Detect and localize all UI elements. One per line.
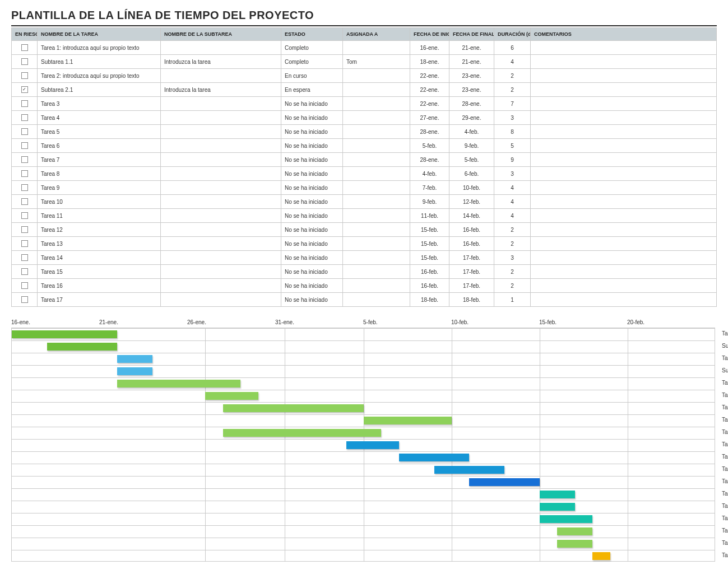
gantt-bar[interactable] <box>592 552 610 560</box>
comments-cell[interactable] <box>531 209 717 223</box>
task-cell[interactable]: Subtarea 2.1 <box>38 83 161 97</box>
assigned-cell[interactable] <box>343 251 410 265</box>
comments-cell[interactable] <box>531 195 717 209</box>
start-cell[interactable]: 28-ene. <box>410 153 449 167</box>
risk-checkbox[interactable] <box>21 156 28 163</box>
end-cell[interactable]: 16-feb. <box>449 237 494 251</box>
task-cell[interactable]: Tarea 16 <box>38 279 161 293</box>
status-cell[interactable]: No se ha iniciado <box>281 251 343 265</box>
comments-cell[interactable] <box>531 237 717 251</box>
end-cell[interactable]: 17-feb. <box>449 265 494 279</box>
task-cell[interactable]: Tarea 15 <box>38 265 161 279</box>
subtask-cell[interactable] <box>161 237 281 251</box>
subtask-cell[interactable] <box>161 279 281 293</box>
subtask-cell[interactable] <box>161 293 281 307</box>
subtask-cell[interactable] <box>161 209 281 223</box>
gantt-bar[interactable] <box>12 330 117 338</box>
subtask-cell[interactable]: Introduzca la tarea <box>161 55 281 69</box>
status-cell[interactable]: No se ha iniciado <box>281 111 343 125</box>
risk-checkbox[interactable] <box>21 114 28 121</box>
risk-cell[interactable] <box>12 41 38 55</box>
comments-cell[interactable] <box>531 125 717 139</box>
dur-cell[interactable]: 2 <box>494 279 531 293</box>
assigned-cell[interactable] <box>343 265 410 279</box>
dur-cell[interactable]: 9 <box>494 153 531 167</box>
status-cell[interactable]: Completo <box>281 55 343 69</box>
assigned-cell[interactable] <box>343 209 410 223</box>
end-cell[interactable]: 6-feb. <box>449 167 494 181</box>
gantt-bar[interactable] <box>364 417 452 424</box>
risk-checkbox[interactable] <box>21 226 28 233</box>
comments-cell[interactable] <box>531 69 717 83</box>
risk-checkbox[interactable] <box>21 254 28 261</box>
assigned-cell[interactable] <box>343 167 410 181</box>
status-cell[interactable]: No se ha iniciado <box>281 97 343 111</box>
dur-cell[interactable]: 2 <box>494 237 531 251</box>
start-cell[interactable]: 5-feb. <box>410 139 449 153</box>
risk-cell[interactable]: ✓ <box>12 83 38 97</box>
dur-cell[interactable]: 6 <box>494 41 531 55</box>
subtask-cell[interactable] <box>161 69 281 83</box>
end-cell[interactable]: 21-ene. <box>449 41 494 55</box>
start-cell[interactable]: 15-feb. <box>410 251 449 265</box>
dur-cell[interactable]: 1 <box>494 293 531 307</box>
start-cell[interactable]: 4-feb. <box>410 167 449 181</box>
end-cell[interactable]: 12-feb. <box>449 195 494 209</box>
subtask-cell[interactable] <box>161 223 281 237</box>
assigned-cell[interactable] <box>343 97 410 111</box>
status-cell[interactable]: No se ha iniciado <box>281 209 343 223</box>
comments-cell[interactable] <box>531 265 717 279</box>
start-cell[interactable]: 27-ene. <box>410 111 449 125</box>
subtask-cell[interactable] <box>161 167 281 181</box>
task-cell[interactable]: Tarea 12 <box>38 223 161 237</box>
subtask-cell[interactable] <box>161 153 281 167</box>
assigned-cell[interactable] <box>343 153 410 167</box>
gantt-bar[interactable] <box>540 491 575 498</box>
start-cell[interactable]: 15-feb. <box>410 237 449 251</box>
gantt-bar[interactable] <box>434 466 505 474</box>
comments-cell[interactable] <box>531 97 717 111</box>
gantt-bar[interactable] <box>205 392 258 400</box>
status-cell[interactable]: No se ha iniciado <box>281 167 343 181</box>
risk-checkbox[interactable] <box>21 282 28 289</box>
risk-checkbox[interactable] <box>21 142 28 149</box>
gantt-bar[interactable] <box>540 515 592 523</box>
start-cell[interactable]: 7-feb. <box>410 181 449 195</box>
assigned-cell[interactable] <box>343 293 410 307</box>
end-cell[interactable]: 16-feb. <box>449 223 494 237</box>
task-cell[interactable]: Tarea 14 <box>38 251 161 265</box>
gantt-bar[interactable] <box>117 367 152 375</box>
gantt-bar[interactable] <box>399 454 470 461</box>
status-cell[interactable]: No se ha iniciado <box>281 265 343 279</box>
comments-cell[interactable] <box>531 83 717 97</box>
gantt-bar[interactable] <box>117 355 152 363</box>
comments-cell[interactable] <box>531 293 717 307</box>
comments-cell[interactable] <box>531 279 717 293</box>
comments-cell[interactable] <box>531 153 717 167</box>
risk-checkbox[interactable] <box>21 58 28 65</box>
start-cell[interactable]: 28-ene. <box>410 125 449 139</box>
risk-cell[interactable] <box>12 153 38 167</box>
risk-checkbox[interactable] <box>21 100 28 107</box>
risk-checkbox[interactable] <box>21 170 28 177</box>
start-cell[interactable]: 22-ene. <box>410 69 449 83</box>
task-cell[interactable]: Subtarea 1.1 <box>38 55 161 69</box>
risk-checkbox[interactable] <box>21 128 28 135</box>
task-cell[interactable]: Tarea 10 <box>38 195 161 209</box>
risk-cell[interactable] <box>12 237 38 251</box>
start-cell[interactable]: 16-feb. <box>410 279 449 293</box>
status-cell[interactable]: No se ha iniciado <box>281 153 343 167</box>
risk-cell[interactable] <box>12 223 38 237</box>
end-cell[interactable]: 17-feb. <box>449 251 494 265</box>
subtask-cell[interactable] <box>161 181 281 195</box>
task-cell[interactable]: Tarea 6 <box>38 139 161 153</box>
task-cell[interactable]: Tarea 3 <box>38 97 161 111</box>
gantt-bar[interactable] <box>223 429 382 437</box>
end-cell[interactable]: 14-feb. <box>449 209 494 223</box>
subtask-cell[interactable]: Introduzca la tarea <box>161 83 281 97</box>
risk-checkbox[interactable] <box>21 184 28 191</box>
dur-cell[interactable]: 3 <box>494 111 531 125</box>
comments-cell[interactable] <box>531 251 717 265</box>
end-cell[interactable]: 18-feb. <box>449 293 494 307</box>
status-cell[interactable]: No se ha iniciado <box>281 293 343 307</box>
